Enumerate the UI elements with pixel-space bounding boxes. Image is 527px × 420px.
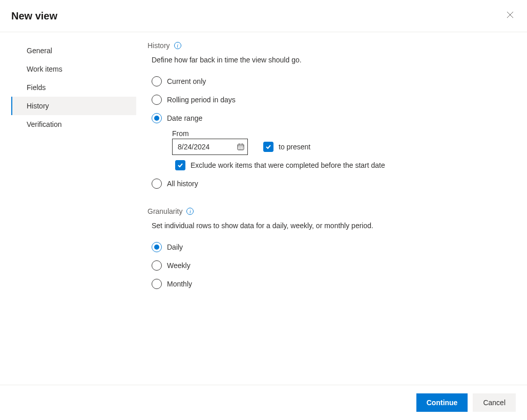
from-date-input[interactable]: [177, 142, 228, 151]
sidebar-item-fields[interactable]: Fields: [11, 78, 136, 97]
sidebar-item-label: Verification: [27, 120, 61, 128]
radio-rolling-period[interactable]: Rolling period in days: [152, 91, 517, 109]
to-present-checkbox[interactable]: [263, 142, 273, 152]
radio-date-range[interactable]: Date range: [152, 109, 517, 127]
radio-indicator: [152, 242, 162, 252]
history-radio-group: Current only Rolling period in days Date…: [152, 72, 517, 193]
exclude-checkbox[interactable]: [175, 160, 185, 170]
calendar-icon[interactable]: [237, 143, 244, 150]
from-label: From: [172, 129, 517, 138]
radio-label: All history: [167, 180, 198, 188]
close-button[interactable]: [504, 9, 516, 23]
radio-label: Daily: [167, 243, 183, 251]
cancel-button[interactable]: Cancel: [473, 393, 516, 412]
radio-monthly[interactable]: Monthly: [152, 275, 517, 293]
sidebar-item-general[interactable]: General: [11, 41, 136, 60]
sidebar-item-label: General: [27, 47, 52, 55]
info-icon[interactable]: i: [174, 42, 181, 49]
sidebar-item-work-items[interactable]: Work items: [11, 60, 136, 78]
to-present-row: to present: [263, 142, 310, 152]
radio-label: Monthly: [167, 280, 192, 288]
info-icon[interactable]: i: [186, 208, 194, 215]
svg-point-5: [240, 147, 241, 147]
continue-button[interactable]: Continue: [416, 393, 468, 412]
sidebar-item-label: History: [27, 102, 49, 110]
date-row: to present: [172, 139, 517, 155]
exclude-label: Exclude work items that were completed b…: [191, 161, 385, 169]
sidebar-item-label: Fields: [27, 83, 46, 92]
radio-indicator: [152, 260, 162, 271]
sidebar-item-verification[interactable]: Verification: [11, 115, 136, 134]
svg-point-7: [239, 148, 239, 149]
granularity-title-text: Granularity: [147, 207, 182, 215]
radio-current-only[interactable]: Current only: [152, 72, 517, 91]
content: History i Define how far back in time th…: [136, 41, 527, 385]
radio-indicator: [152, 76, 162, 86]
radio-label: Weekly: [167, 261, 191, 270]
svg-point-9: [242, 148, 242, 149]
radio-label: Rolling period in days: [167, 96, 236, 104]
close-icon: [507, 11, 514, 20]
radio-weekly[interactable]: Weekly: [152, 256, 517, 275]
history-section-title: History i: [147, 41, 517, 50]
sidebar: General Work items Fields History Verifi…: [0, 41, 136, 385]
granularity-desc: Set individual rows to show data for a d…: [152, 222, 517, 230]
dialog-footer: Continue Cancel: [0, 385, 527, 420]
radio-label: Date range: [167, 114, 202, 122]
history-title-text: History: [147, 41, 170, 50]
dialog-body: General Work items Fields History Verifi…: [0, 32, 527, 385]
radio-indicator: [152, 95, 162, 105]
granularity-radio-group: Daily Weekly Monthly: [152, 238, 517, 293]
sidebar-item-label: Work items: [27, 65, 62, 73]
date-range-sub: From to present: [172, 129, 517, 170]
dialog-title: New view: [11, 10, 57, 22]
svg-point-6: [242, 147, 242, 147]
radio-indicator: [152, 179, 162, 189]
exclude-row: Exclude work items that were completed b…: [175, 160, 517, 170]
granularity-section-title: Granularity i: [147, 207, 517, 215]
from-date-field[interactable]: [172, 139, 248, 155]
history-desc: Define how far back in time the view sho…: [152, 56, 517, 64]
to-present-label: to present: [279, 143, 310, 151]
sidebar-item-history[interactable]: History: [11, 97, 136, 115]
svg-point-4: [239, 147, 239, 147]
radio-label: Current only: [167, 77, 206, 85]
radio-indicator: [152, 113, 162, 123]
radio-daily[interactable]: Daily: [152, 238, 517, 256]
radio-indicator: [152, 279, 162, 289]
dialog-header: New view: [0, 0, 527, 32]
svg-point-8: [240, 148, 241, 149]
radio-all-history[interactable]: All history: [152, 174, 517, 193]
